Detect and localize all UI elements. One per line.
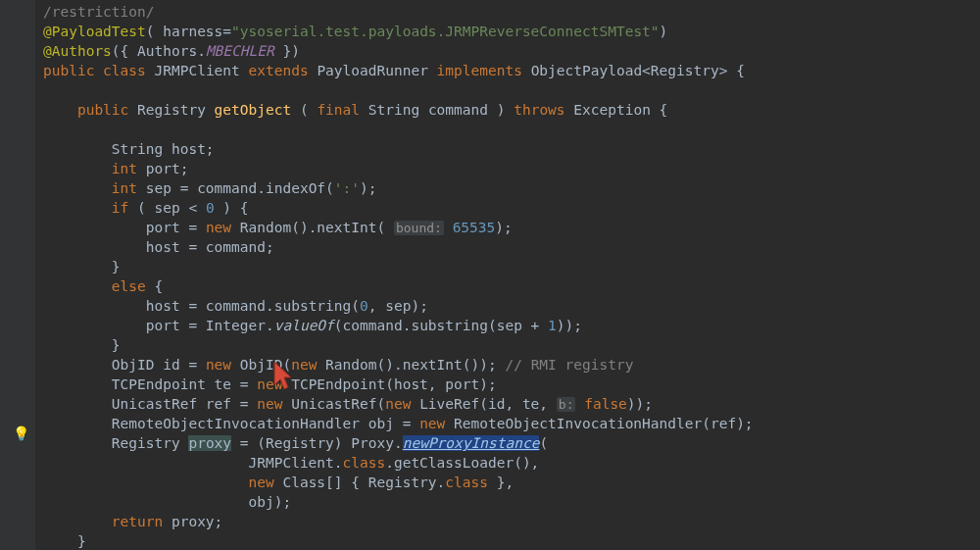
- editor-gutter: [0, 0, 35, 550]
- code-line: @Authors({ Authors.MBECHLER }): [35, 41, 980, 61]
- code-line: RemoteObjectInvocationHandler obj = new …: [35, 414, 980, 433]
- code-line: public Registry getObject ( final String…: [35, 100, 980, 120]
- code-line: obj);: [35, 492, 980, 512]
- code-line: }: [35, 531, 980, 550]
- code-editor[interactable]: /restriction/ @PayloadTest( harness="yso…: [35, 0, 980, 550]
- code-line: Registry proxy = (Registry) Proxy.newPro…: [35, 433, 980, 453]
- code-line: TCPEndpoint te = new TCPEndpoint(host, p…: [35, 375, 980, 394]
- inline-hint: b:: [557, 397, 576, 412]
- code-line: port = new Random().nextInt( bound: 6553…: [35, 218, 980, 237]
- code-line: host = command.substring(0, sep);: [35, 296, 980, 316]
- code-line: [35, 120, 980, 139]
- selected-method: newProxyInstance: [403, 435, 540, 451]
- code-line: int port;: [35, 159, 980, 178]
- code-line: ObjID id = new ObjID(new Random().nextIn…: [35, 355, 980, 375]
- code-line: }: [35, 335, 980, 355]
- code-line: @PayloadTest( harness="ysoserial.test.pa…: [35, 22, 980, 41]
- highlighted-var: proxy: [188, 435, 231, 451]
- code-line: public class JRMPClient extends PayloadR…: [35, 61, 980, 80]
- code-line: String host;: [35, 139, 980, 159]
- code-line: UnicastRef ref = new UnicastRef(new Live…: [35, 394, 980, 414]
- code-line: new Class[] { Registry.class },: [35, 473, 980, 492]
- code-line: return proxy;: [35, 512, 980, 531]
- code-line: }: [35, 257, 980, 276]
- code-line: if ( sep < 0 ) {: [35, 198, 980, 218]
- inline-hint: bound:: [394, 221, 444, 235]
- code-line: port = Integer.valueOf(command.substring…: [35, 316, 980, 335]
- code-line: int sep = command.indexOf(':');: [35, 178, 980, 198]
- code-line: host = command;: [35, 237, 980, 257]
- code-line: /restriction/: [35, 2, 980, 22]
- code-line: else {: [35, 276, 980, 296]
- code-line: JRMPClient.class.getClassLoader(),: [35, 453, 980, 473]
- intention-bulb-icon[interactable]: 💡: [13, 425, 29, 443]
- code-line: [35, 80, 980, 100]
